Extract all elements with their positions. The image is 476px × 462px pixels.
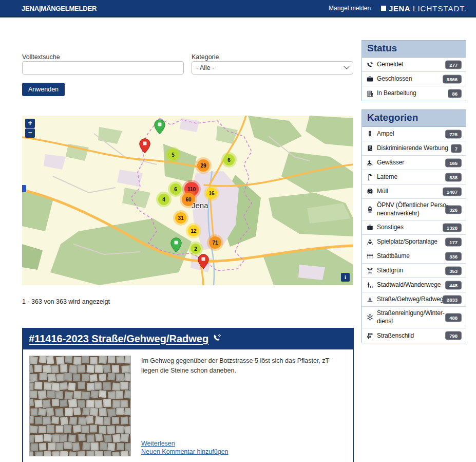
category-label: Sonstiges <box>377 224 404 232</box>
category-label: Diskriminierende Werbung <box>377 144 448 153</box>
map-pin-marker[interactable] <box>139 138 150 154</box>
category-label: Spielplatz/Sportanlage <box>377 238 437 246</box>
billboard-icon <box>367 145 373 152</box>
category-label: Straßenreinigung/Winter-dienst <box>377 309 454 325</box>
zoom-out-button[interactable]: − <box>25 128 35 138</box>
report-card-body: Im Gehweg gegenüber der Botzstrasse 5 lö… <box>23 349 353 462</box>
map-city-label: Jena <box>192 201 208 210</box>
report-description: Im Gehweg gegenüber der Botzstrasse 5 lö… <box>141 356 347 439</box>
category-row-oepnv[interactable]: ÖPNV (Öffentlicher Perso-nennahverkehr) … <box>362 199 466 220</box>
map-cluster-marker[interactable]: 5 <box>167 149 179 160</box>
nav-mangel-melden[interactable]: Mangel melden <box>329 5 371 12</box>
add-comment-link[interactable]: Neuen Kommentar hinzufügen <box>141 448 347 456</box>
category-row-strasse[interactable]: Straße/Gehweg/Radweg 2833 <box>362 292 466 307</box>
category-count-badge: 353 <box>445 266 462 275</box>
category-row-ampel[interactable]: Ampel 725 <box>362 127 466 141</box>
map-cluster-marker[interactable]: 71 <box>209 236 221 249</box>
categories-panel: Kategorien Ampel 725 Diskriminierende We… <box>361 109 466 343</box>
street-sign-icon <box>367 332 373 339</box>
water-swan-icon <box>367 159 373 166</box>
chevron-down-icon <box>344 64 349 69</box>
jena-lichtstadt-logo: JENA LICHTSTADT. <box>381 4 467 13</box>
map-cluster-marker[interactable]: 2 <box>191 244 201 254</box>
fulltext-label: Volltextsuche <box>22 53 60 61</box>
category-row-laterne[interactable]: Laterne 838 <box>362 170 466 184</box>
case-icon <box>367 224 373 231</box>
map-cluster-marker[interactable]: 6 <box>170 183 181 195</box>
category-row-muell[interactable]: Müll 1407 <box>362 184 466 199</box>
category-row-strassenschild[interactable]: Straßenschild 798 <box>362 328 466 343</box>
tram-icon <box>367 206 373 213</box>
category-count-badge: 336 <box>445 252 462 261</box>
category-label: Laterne <box>377 173 397 181</box>
category-label: Stadtbäume <box>377 252 410 261</box>
playground-icon <box>367 238 373 245</box>
category-row-gewaesser[interactable]: Gewässer 165 <box>362 156 466 170</box>
zoom-in-button[interactable]: + <box>25 119 35 128</box>
category-count-badge: 165 <box>445 158 462 167</box>
map-cluster-marker[interactable]: 12 <box>188 225 199 236</box>
logo-square-icon <box>381 6 386 11</box>
logo-jena-text: JENA <box>389 4 410 13</box>
result-count-text: 1 - 363 von 363 wird angezeigt <box>22 298 110 305</box>
map-cluster-marker[interactable]: 6 <box>223 154 235 165</box>
category-count-badge: 448 <box>445 281 462 289</box>
status-row-gemeldet[interactable]: Gemeldet 277 <box>362 58 466 72</box>
category-row-stadtgruen[interactable]: Stadtgrün 353 <box>362 264 466 278</box>
status-count-badge: 9866 <box>443 75 462 83</box>
map-zoom-control: + − <box>25 119 35 138</box>
category-count-badge: 1407 <box>443 187 462 196</box>
read-more-link[interactable]: Weiterlesen <box>141 440 347 448</box>
map-pin-marker[interactable] <box>198 254 209 269</box>
category-row-strassenreinigung[interactable]: Straßenreinigung/Winter-dienst 488 <box>362 307 466 328</box>
category-label: ÖPNV (Öffentlicher Perso-nennahverkehr) <box>377 201 454 217</box>
trash-container-icon <box>367 188 373 195</box>
category-row-diskriminierende-werbung[interactable]: Diskriminierende Werbung 7 <box>362 141 466 156</box>
status-label: Gemeldet <box>377 61 403 69</box>
document-icon <box>367 90 373 97</box>
category-label: Ampel <box>377 130 394 138</box>
traffic-cone-icon <box>367 296 373 303</box>
map-pin-marker[interactable] <box>170 237 182 253</box>
category-select[interactable]: - Alle - <box>192 61 353 75</box>
map-attribution-button[interactable]: i <box>341 273 350 282</box>
category-label: Straße/Gehweg/Radweg <box>377 295 443 304</box>
map-cluster-marker[interactable]: 31 <box>175 212 186 224</box>
category-count-badge: 838 <box>445 173 462 181</box>
map-cluster-marker[interactable]: 29 <box>197 159 210 172</box>
street-lamp-icon <box>367 174 373 180</box>
status-row-in-bearbeitung[interactable]: In Bearbeitung 86 <box>362 86 466 101</box>
category-row-sonstiges[interactable]: Sonstiges 1328 <box>362 220 466 235</box>
category-label: Kategorie <box>192 53 219 61</box>
map-pin-marker[interactable] <box>154 119 165 135</box>
map-cluster-marker[interactable]: 4 <box>158 194 169 205</box>
trees-icon <box>367 253 373 260</box>
brand-title: JENA|MÄNGELMELDER <box>22 5 97 12</box>
fulltext-input[interactable] <box>22 61 184 75</box>
category-selected-value: - Alle - <box>196 64 214 71</box>
category-count-badge: 2833 <box>443 295 462 304</box>
status-row-geschlossen[interactable]: Geschlossen 9866 <box>362 72 466 86</box>
report-title-link[interactable]: #11416-2023 Straße/Gehweg/Radweg <box>29 333 221 345</box>
apply-button[interactable]: Anwenden <box>22 83 65 96</box>
logo-lichtstadt-text: LICHTSTADT. <box>413 4 467 13</box>
plant-icon <box>367 267 373 274</box>
category-count-badge: 725 <box>445 130 462 138</box>
map-cluster-marker[interactable]: 16 <box>206 188 217 199</box>
status-panel-title: Status <box>362 41 466 58</box>
report-title-text: #11416-2023 Straße/Gehweg/Radweg <box>29 333 208 344</box>
category-count-badge: 1328 <box>443 223 462 232</box>
report-photo[interactable] <box>29 356 131 456</box>
status-label: Geschlossen <box>377 75 412 83</box>
category-row-spielplatz[interactable]: Spielplatz/Sportanlage 177 <box>362 235 466 249</box>
category-count-badge: 7 <box>451 144 462 153</box>
category-row-stadtbaeume[interactable]: Stadtbäume 336 <box>362 249 466 264</box>
status-count-badge: 86 <box>448 89 462 98</box>
report-card-header: #11416-2023 Straße/Gehweg/Radweg <box>23 328 353 349</box>
traffic-light-icon <box>367 131 373 137</box>
report-card: #11416-2023 Straße/Gehweg/Radweg Im Gehw… <box>22 328 354 462</box>
category-row-stadtwald[interactable]: Stadtwald/Wanderwege 448 <box>362 278 466 292</box>
phone-icon <box>367 61 373 68</box>
status-count-badge: 277 <box>445 60 462 69</box>
map[interactable]: + − 52966110166043112712 Jena i <box>22 116 353 285</box>
